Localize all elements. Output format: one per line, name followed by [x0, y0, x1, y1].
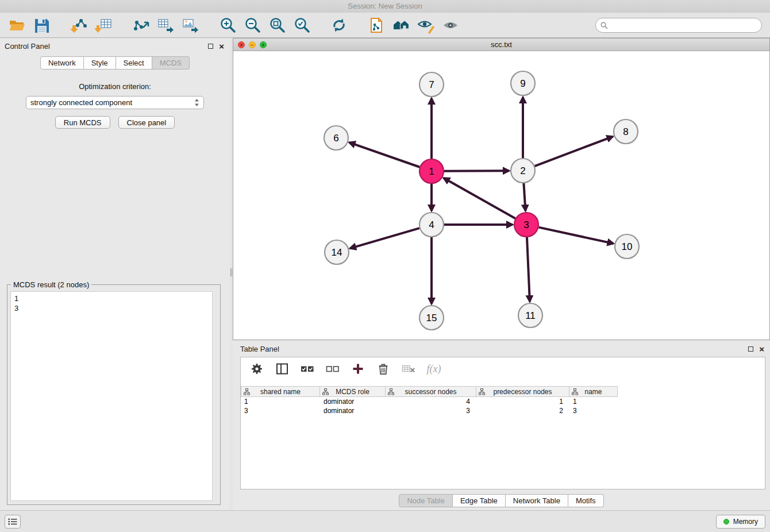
table-row[interactable]: 3dominator323 — [241, 406, 765, 415]
tab-motifs[interactable]: Motifs — [568, 494, 604, 507]
graph-edge-1-6[interactable] — [349, 142, 420, 167]
delete-column-icon[interactable] — [376, 362, 390, 376]
column-header-mcds_role[interactable]: MCDS role — [320, 386, 386, 397]
control-panel: Control Panel × Network Style Select MCD… — [0, 38, 230, 510]
tab-mcds[interactable]: MCDS — [152, 56, 190, 70]
minimize-window-icon[interactable]: − — [249, 41, 256, 48]
tab-style[interactable]: Style — [84, 56, 116, 70]
graph-node-2[interactable]: 2 — [511, 159, 535, 183]
criterion-dropdown[interactable]: strongly connected component — [26, 96, 204, 109]
close-table-panel-icon[interactable]: × — [759, 346, 764, 352]
graph-edge-3-11[interactable] — [527, 237, 530, 302]
graph-node-10[interactable]: 10 — [615, 234, 639, 259]
table-row[interactable]: 1dominator411 — [241, 397, 765, 406]
close-panel-button[interactable]: Close panel — [118, 116, 175, 129]
graph-node-15[interactable]: 15 — [419, 306, 444, 330]
dropdown-arrows-icon — [194, 98, 199, 107]
table-cell-successor_nodes[interactable]: 4 — [386, 397, 476, 406]
graph-node-8[interactable]: 8 — [614, 119, 638, 144]
column-header-name[interactable]: name — [569, 386, 618, 397]
table-panel-header: Table Panel × — [233, 341, 770, 356]
table-cell-mcds_role[interactable]: dominator — [320, 406, 386, 415]
svg-text:14: 14 — [332, 247, 342, 258]
tab-network[interactable]: Network — [40, 56, 84, 70]
column-header-predecessor_nodes[interactable]: predecessor nodes — [476, 386, 569, 397]
tab-network-table[interactable]: Network Table — [506, 494, 568, 507]
mcds-result-list: 1 3 — [10, 291, 213, 501]
zoom-in-icon[interactable] — [219, 17, 236, 34]
zoom-fit-icon[interactable] — [268, 17, 286, 34]
graph-edge-1-2[interactable] — [444, 171, 509, 171]
zoom-out-icon[interactable] — [244, 17, 261, 34]
table-cell-name[interactable]: 3 — [569, 406, 618, 415]
table-panel-title: Table Panel — [240, 345, 279, 353]
export-network-icon[interactable] — [132, 17, 149, 34]
first-neighbors-icon[interactable] — [392, 17, 410, 34]
network-view-window: × − + scc.txt 7968124314101511 — [233, 38, 770, 340]
import-table-icon[interactable] — [95, 17, 112, 34]
save-session-icon[interactable] — [33, 17, 50, 34]
apply-layout-icon[interactable] — [330, 17, 348, 34]
graph-edge-2-8[interactable] — [535, 137, 613, 167]
search-icon — [600, 22, 608, 29]
table-cell-predecessor_nodes[interactable]: 1 — [476, 397, 569, 406]
graph-node-11[interactable]: 11 — [518, 303, 542, 327]
maximize-window-icon[interactable]: + — [260, 41, 267, 48]
add-column-icon[interactable] — [351, 362, 365, 376]
unselect-all-columns-icon[interactable] — [326, 362, 340, 376]
graph-node-6[interactable]: 6 — [324, 126, 348, 150]
close-panel-icon[interactable]: × — [219, 44, 224, 49]
select-all-columns-icon[interactable] — [301, 362, 314, 376]
task-history-button[interactable] — [5, 515, 21, 529]
zoom-selected-icon[interactable] — [293, 17, 310, 34]
import-network-icon[interactable] — [70, 17, 87, 34]
control-panel-header: Control Panel × — [0, 38, 230, 53]
graph-node-1[interactable]: 1 — [419, 159, 444, 183]
close-window-icon[interactable]: × — [238, 41, 245, 48]
criterion-dropdown-value: strongly connected component — [30, 98, 132, 107]
mcds-result-line: 3 — [14, 303, 209, 313]
float-table-panel-icon[interactable] — [748, 346, 753, 352]
tab-select[interactable]: Select — [116, 56, 152, 70]
graph-edge-3-1[interactable] — [444, 178, 515, 218]
export-table-icon[interactable] — [157, 17, 174, 34]
network-window-title: scc.txt — [491, 40, 512, 49]
mcds-result-line: 1 — [14, 294, 209, 303]
graph-node-9[interactable]: 9 — [511, 71, 535, 95]
graph-node-14[interactable]: 14 — [325, 240, 349, 264]
run-mcds-button[interactable]: Run MCDS — [55, 116, 110, 129]
table-cell-shared_name[interactable]: 1 — [241, 397, 320, 406]
tab-edge-table[interactable]: Edge Table — [453, 494, 506, 507]
table-cell-successor_nodes[interactable]: 3 — [386, 406, 476, 415]
table-cell-mcds_role[interactable]: dominator — [320, 397, 386, 406]
node-table-header-row: shared nameMCDS rolesuccessor nodesprede… — [241, 386, 765, 397]
hide-selected-icon[interactable] — [417, 17, 434, 34]
network-canvas[interactable]: 7968124314101511 — [233, 51, 769, 340]
graph-edge-3-10[interactable] — [538, 228, 613, 244]
float-panel-icon[interactable] — [208, 44, 213, 49]
search-input[interactable] — [595, 18, 762, 33]
tab-node-table[interactable]: Node Table — [399, 494, 453, 507]
show-all-icon[interactable] — [442, 17, 459, 34]
table-panel: Table Panel × — [233, 341, 770, 510]
export-image-icon[interactable] — [182, 17, 199, 34]
show-columns-icon[interactable] — [275, 362, 289, 376]
network-canvas-area: 7968124314101511 — [233, 51, 769, 340]
table-cell-shared_name[interactable]: 3 — [241, 406, 320, 415]
memory-button[interactable]: Memory — [716, 515, 765, 529]
new-network-from-selection-icon[interactable] — [368, 17, 385, 34]
table-settings-icon[interactable] — [250, 362, 264, 376]
open-session-icon[interactable] — [8, 17, 25, 34]
column-header-successor_nodes[interactable]: successor nodes — [386, 386, 476, 397]
svg-text:11: 11 — [525, 310, 536, 321]
graph-node-7[interactable]: 7 — [419, 72, 444, 97]
table-cell-name[interactable]: 1 — [569, 397, 618, 406]
graph-node-4[interactable]: 4 — [419, 213, 444, 237]
graph-node-3[interactable]: 3 — [514, 213, 538, 237]
task-list-icon — [8, 518, 17, 525]
graph-edge-4-14[interactable] — [350, 228, 419, 248]
table-cell-predecessor_nodes[interactable]: 2 — [476, 406, 569, 415]
mcds-result-group: MCDS result (2 nodes) 1 3 — [7, 284, 221, 505]
graph-edge-2-3[interactable] — [523, 183, 525, 211]
column-header-shared_name[interactable]: shared name — [241, 386, 320, 397]
